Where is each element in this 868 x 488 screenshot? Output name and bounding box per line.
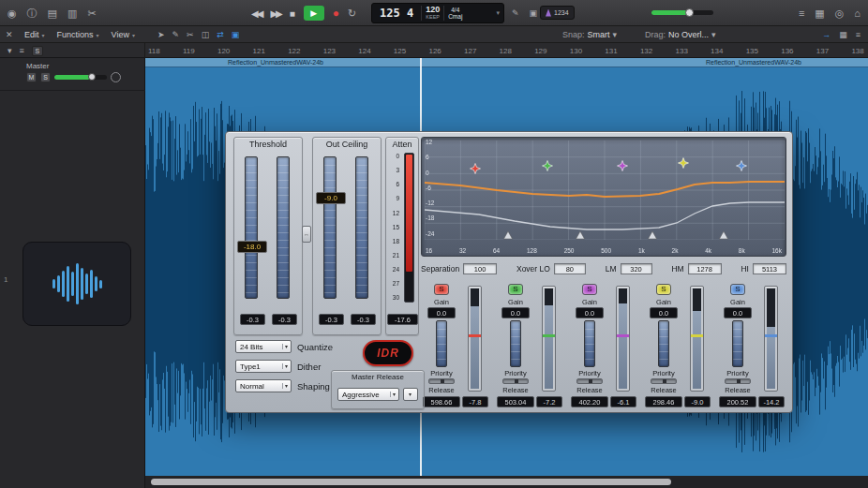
separation-control[interactable]: Separation 100 [421,263,497,274]
band-4-priority-slider[interactable] [651,378,677,384]
menu-view[interactable]: View▾ [112,30,135,39]
xover-hi-marker[interactable] [720,231,728,239]
xover-hm-marker[interactable] [649,231,657,239]
threshold-value-tag[interactable]: -18.0 [237,241,267,253]
band-2-solo-button[interactable]: S [508,284,523,295]
band-4-solo-button[interactable]: S [656,284,671,295]
audio-region-header[interactable]: Reflection_UnmasteredWAV-24b Reflection_… [145,58,868,67]
xover-hi-value[interactable]: 5113 [753,263,786,274]
master-release-stepper[interactable]: ▾ [403,388,418,401]
global-tracks-icon[interactable]: ≡ [20,47,24,55]
master-level-slider[interactable] [54,75,107,80]
rewind-button[interactable]: ◀◀ [251,8,262,19]
home-icon[interactable]: ⌂ [854,8,861,19]
chevron-down-icon[interactable]: ▾ [7,47,12,55]
library-icon[interactable]: ◉ [7,8,17,19]
catch-playhead-icon[interactable]: → [822,30,831,39]
cycle-button[interactable]: ↻ [348,8,356,19]
band-5-marker[interactable] [737,161,747,171]
band-1-priority-slider[interactable] [428,378,455,384]
mixer-icon[interactable]: ▥ [67,8,77,19]
separation-value[interactable]: 100 [463,263,497,274]
grid-icon[interactable]: ▦ [815,8,824,19]
band-2-gain-fader[interactable] [510,320,521,367]
priority-thumb[interactable] [589,379,592,383]
snap-control[interactable]: Snap:Smart▾ [562,26,617,43]
xover-hi-control[interactable]: HI 5113 [741,263,786,274]
band-1-gain-fader[interactable] [436,320,447,367]
scissors-tool-icon[interactable]: ✂ [187,30,194,39]
band-5-priority-slider[interactable] [725,378,751,384]
volume-knob[interactable] [685,8,694,17]
master-volume-slider[interactable] [651,10,713,15]
band-2-release-value[interactable]: 503.04 [497,396,534,407]
forward-button[interactable]: ▶▶ [270,8,280,19]
metronome-icon[interactable]: ▣ [530,9,538,18]
priority-thumb[interactable] [663,379,666,383]
marquee-tool-icon[interactable]: ▣ [232,30,240,39]
band-1-release-value[interactable]: 598.66 [423,396,460,407]
out-ceiling-value-tag[interactable]: -9.0 [316,192,346,204]
horizontal-scrollbar[interactable] [145,476,868,488]
band-4-gain-fader[interactable] [658,320,669,367]
toolbar-icon[interactable]: ▤ [48,8,57,19]
xover-lm-marker[interactable] [576,231,585,239]
play-button[interactable]: ▶ [304,6,324,21]
out-ceiling-fader-right[interactable] [355,156,368,299]
master-level-knob[interactable] [88,73,96,81]
master-mute-button[interactable]: M [26,72,37,82]
master-pan-knob[interactable] [111,72,121,82]
inspector-icon[interactable]: ⓘ [27,8,37,19]
lcd-display[interactable]: 125 4 120 KEEP 4/4 Cmaj ▾ [371,3,504,23]
band-3-gain-value[interactable]: 0.0 [576,307,604,318]
pencil-icon[interactable]: ✎ [512,9,519,18]
band-5-solo-button[interactable]: S [730,284,745,295]
priority-thumb[interactable] [515,379,518,383]
band-4-gain-value[interactable]: 0.0 [650,307,678,318]
band-5-gain-fader[interactable] [732,320,743,367]
solo-mode-button[interactable]: S [32,46,43,56]
dither-dropdown[interactable]: Type1 ▾ [235,360,292,373]
editors-icon[interactable]: ✂ [87,8,96,19]
band-2-gain-value[interactable]: 0.0 [501,307,530,318]
stop-button[interactable]: ■ [290,8,295,19]
xover-lm-value[interactable]: 320 [621,263,652,274]
band-1-gain-value[interactable]: 0.0 [427,307,456,318]
drag-control[interactable]: Drag:No Overl...▾ [645,26,716,43]
shaping-dropdown[interactable]: Normal ▾ [235,379,292,392]
xover-hm-value[interactable]: 1278 [688,263,722,274]
band-2-priority-slider[interactable] [502,378,529,384]
crossfade-tool-icon[interactable]: ⇄ [217,30,224,39]
xover-lm-control[interactable]: LM 320 [606,263,652,274]
pointer-tool-icon[interactable]: ➤ [157,30,165,39]
band-3-release-value[interactable]: 402.20 [571,396,608,407]
band-2-marker[interactable] [543,161,553,171]
close-icon[interactable]: ✕ [6,31,13,39]
threshold-fader-left[interactable] [245,156,258,299]
list-view-icon[interactable]: ≡ [856,30,861,39]
band-5-release-value[interactable]: 200.52 [719,396,756,407]
band-3-priority-slider[interactable] [576,378,603,384]
menu-functions[interactable]: Functions▾ [57,30,99,39]
record-button[interactable]: ● [333,7,339,20]
count-in-badge[interactable]: 1234 [540,6,575,20]
xover-hm-control[interactable]: HM 1278 [671,263,721,274]
master-solo-button[interactable]: S [40,72,51,82]
scrollbar-thumb[interactable] [151,479,671,485]
lcd-signature-block[interactable]: 4/4 Cmaj [448,7,462,21]
xover-lo-control[interactable]: Xover LO 80 [516,263,586,274]
track-icon-tile[interactable] [22,242,131,326]
lcd-chevron-icon[interactable]: ▾ [496,9,500,17]
master-release-dropdown[interactable]: Aggressive ▾ [337,388,399,401]
fader-link-button[interactable]: ↔ [302,226,311,243]
band-1-marker[interactable] [471,164,481,174]
out-ceiling-fader-left[interactable] [323,156,337,299]
band-4-release-value[interactable]: 298.46 [645,396,682,407]
pencil-tool-icon[interactable]: ✎ [172,30,180,39]
xover-lo-value[interactable]: 80 [554,263,586,274]
priority-thumb[interactable] [737,379,741,383]
band-4-marker[interactable] [679,158,689,169]
priority-thumb[interactable] [441,379,444,383]
graph-canvas[interactable] [425,140,785,240]
band-5-gain-value[interactable]: 0.0 [724,307,752,318]
